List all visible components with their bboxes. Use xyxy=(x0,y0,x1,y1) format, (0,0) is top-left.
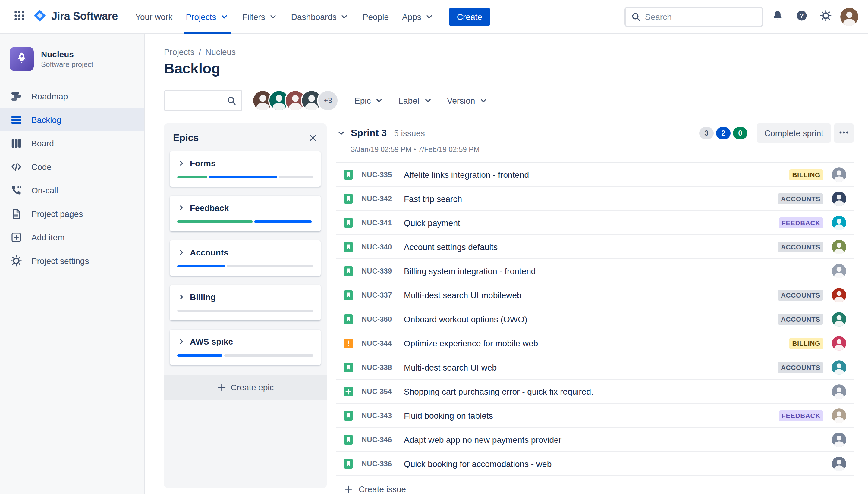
issue-row[interactable]: NUC-343Fluid booking on tabletsFEEDBACK xyxy=(336,404,853,428)
assignee-avatar[interactable] xyxy=(832,312,846,326)
issue-summary[interactable]: Fast trip search xyxy=(404,194,772,203)
assignee-avatar[interactable] xyxy=(832,408,846,423)
epic-progress-bar xyxy=(177,354,313,357)
create-button[interactable]: Create xyxy=(449,7,490,25)
filter-bar: +3 EpicLabelVersion xyxy=(164,90,853,111)
issue-row[interactable]: NUC-337Multi-dest search UI mobilewebACC… xyxy=(336,283,853,307)
sidebar-item-backlog[interactable]: Backlog xyxy=(0,108,144,131)
issue-summary[interactable]: Multi-dest search UI web xyxy=(404,362,772,372)
help-button[interactable]: ? xyxy=(792,7,811,26)
nav-your-work[interactable]: Your work xyxy=(129,0,179,34)
sidebar-item-board[interactable]: Board xyxy=(0,131,144,155)
epic-card-aws-spike[interactable]: AWS spike xyxy=(170,329,321,365)
label-badge: FEEDBACK xyxy=(778,217,824,228)
issue-row[interactable]: NUC-336Quick booking for accomodations -… xyxy=(336,452,853,476)
assignee-avatar[interactable] xyxy=(832,264,846,278)
notifications-button[interactable] xyxy=(768,7,787,26)
nav-dashboards[interactable]: Dashboards xyxy=(284,0,356,34)
breadcrumb-project-link[interactable]: Nucleus xyxy=(205,47,236,57)
assignee-avatar[interactable] xyxy=(832,384,846,399)
issue-row[interactable]: NUC-339Billing system integration - fron… xyxy=(336,259,853,283)
assignee-avatar[interactable] xyxy=(832,191,846,206)
nav-apps[interactable]: Apps xyxy=(395,0,441,34)
sidebar-item-project-settings[interactable]: Project settings xyxy=(0,249,144,272)
nav-label: Dashboards xyxy=(291,12,337,21)
issue-summary[interactable]: Shopping cart purchasing error - quick f… xyxy=(404,386,824,396)
sprint-more-button[interactable] xyxy=(834,124,853,143)
chevron-down-icon xyxy=(374,96,384,106)
epic-progress-todo xyxy=(224,354,313,357)
issue-key: NUC-336 xyxy=(362,459,399,468)
user-avatar[interactable] xyxy=(840,7,858,25)
nav-projects[interactable]: Projects xyxy=(179,0,235,34)
assignee-avatar[interactable] xyxy=(832,432,846,447)
issue-row[interactable]: NUC-342Fast trip searchACCOUNTS xyxy=(336,187,853,211)
epic-progress-done xyxy=(177,176,207,178)
sidebar-item-roadmap[interactable]: Roadmap xyxy=(0,84,144,108)
issue-summary[interactable]: Affelite links integration - frontend xyxy=(404,170,783,179)
issue-row[interactable]: NUC-340Account settings defaultsACCOUNTS xyxy=(336,235,853,259)
epic-card-feedback[interactable]: Feedback xyxy=(170,196,321,231)
complete-sprint-button[interactable]: Complete sprint xyxy=(757,124,831,143)
issue-summary[interactable]: Fluid booking on tablets xyxy=(404,411,773,420)
epic-card-billing[interactable]: Billing xyxy=(170,285,321,321)
more-icon xyxy=(838,126,850,140)
issue-summary[interactable]: Multi-dest search UI mobileweb xyxy=(404,290,772,300)
epic-header: Accounts xyxy=(177,248,313,257)
story-type-icon xyxy=(344,314,353,324)
issue-row[interactable]: NUC-354Shopping cart purchasing error - … xyxy=(336,380,853,404)
backlog-search-input[interactable] xyxy=(170,96,227,106)
breadcrumb-projects-link[interactable]: Projects xyxy=(164,47,195,57)
issue-summary[interactable]: Onboard workout options (OWO) xyxy=(404,314,772,324)
assignee-avatar[interactable] xyxy=(832,288,846,302)
issue-summary[interactable]: Quick payment xyxy=(404,218,773,227)
assignee-avatar[interactable] xyxy=(832,336,846,350)
chevron-down-icon xyxy=(268,12,278,21)
epic-progress-inprogress xyxy=(209,176,277,178)
filter-label-dropdown[interactable]: Label xyxy=(391,91,440,110)
issue-summary[interactable]: Billing system integration - frontend xyxy=(404,266,824,276)
global-search-input[interactable] xyxy=(645,12,756,21)
issue-summary[interactable]: Account settings defaults xyxy=(404,242,772,251)
backlog-search[interactable] xyxy=(164,90,242,111)
avatar-overflow-count[interactable]: +3 xyxy=(318,91,337,110)
create-epic-button[interactable]: Create epic xyxy=(164,375,327,400)
project-header[interactable]: Nucleus Software project xyxy=(0,34,144,82)
nav-people[interactable]: People xyxy=(356,0,395,34)
filter-version-dropdown[interactable]: Version xyxy=(440,91,496,110)
epic-card-forms[interactable]: Forms xyxy=(170,151,321,187)
sidebar-item-on-call[interactable]: On-call xyxy=(0,178,144,202)
assignee-avatar[interactable] xyxy=(832,456,846,471)
plus-icon xyxy=(344,484,353,494)
close-icon[interactable] xyxy=(308,133,318,143)
epic-card-accounts[interactable]: Accounts xyxy=(170,240,321,276)
issue-row[interactable]: NUC-346Adapt web app no new payments pro… xyxy=(336,428,853,452)
filter-epic-dropdown[interactable]: Epic xyxy=(347,91,391,110)
sidebar-item-add-item[interactable]: Add item xyxy=(0,225,144,249)
sidebar-item-label: On-call xyxy=(31,185,58,195)
nav-filters[interactable]: Filters xyxy=(236,0,284,34)
sidebar-item-project-pages[interactable]: Project pages xyxy=(0,202,144,225)
assignee-avatar[interactable] xyxy=(832,360,846,375)
nav-label: Projects xyxy=(186,12,216,21)
assignee-avatar[interactable] xyxy=(832,215,846,230)
issue-row[interactable]: NUC-338Multi-dest search UI webACCOUNTS xyxy=(336,356,853,380)
assignee-avatar[interactable] xyxy=(832,240,846,254)
app-switcher-button[interactable] xyxy=(10,7,29,26)
issue-row[interactable]: NUC-341Quick paymentFEEDBACK xyxy=(336,211,853,235)
assignee-avatar[interactable] xyxy=(832,167,846,182)
issue-summary[interactable]: Quick booking for accomodations - web xyxy=(404,459,824,469)
issue-summary[interactable]: Adapt web app no new payments provider xyxy=(404,435,824,444)
issue-row[interactable]: NUC-344Optimize experience for mobile we… xyxy=(336,331,853,356)
issue-row[interactable]: NUC-360Onboard workout options (OWO)ACCO… xyxy=(336,307,853,331)
global-search[interactable] xyxy=(625,6,763,27)
issue-row[interactable]: NUC-335Affelite links integration - fron… xyxy=(336,163,853,187)
chevron-right-icon xyxy=(177,337,186,346)
sidebar-item-code[interactable]: Code xyxy=(0,155,144,178)
create-issue-button[interactable]: Create issue xyxy=(336,482,853,494)
jira-logo[interactable]: Jira Software xyxy=(33,8,118,25)
settings-button[interactable] xyxy=(816,7,835,26)
collapse-sprint-icon[interactable] xyxy=(336,128,346,138)
issue-summary[interactable]: Optimize experience for mobile web xyxy=(404,338,783,348)
sidebar-item-label: Board xyxy=(31,138,54,148)
